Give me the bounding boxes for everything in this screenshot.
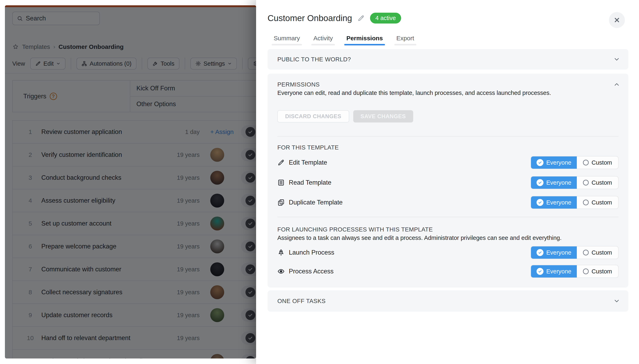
permission-toggle: Everyone Custom xyxy=(530,265,618,278)
everyone-option[interactable]: Everyone xyxy=(531,196,577,208)
public-to-world-section[interactable]: PUBLIC TO THE WORLD? xyxy=(268,49,628,70)
custom-option[interactable]: Custom xyxy=(577,176,618,189)
check-circle-icon xyxy=(536,179,544,186)
check-icon xyxy=(538,180,542,185)
permission-toggle: Everyone Custom xyxy=(530,176,618,189)
permission-row: Read Template Everyone Custom xyxy=(277,176,618,189)
permission-row: Process Access Everyone Custom xyxy=(277,265,618,278)
tab-permissions[interactable]: Permissions xyxy=(344,35,385,46)
check-circle-icon xyxy=(536,159,544,166)
tabs: Summary Activity Permissions Export xyxy=(272,35,416,46)
active-badge: 4 active xyxy=(370,13,401,24)
edit-title-pencil-icon[interactable] xyxy=(357,14,365,22)
radio-unselected-icon xyxy=(583,250,589,256)
chevron-down-icon xyxy=(613,298,620,304)
divider xyxy=(277,136,618,136)
check-icon xyxy=(538,269,542,274)
launch-group-description: Assignees to a task can always see and e… xyxy=(277,234,562,241)
radio-unselected-icon xyxy=(583,180,589,186)
close-button[interactable] xyxy=(609,12,625,28)
radio-unselected-icon xyxy=(583,160,589,166)
radio-unselected-icon xyxy=(583,268,589,274)
permission-label: Duplicate Template xyxy=(289,199,342,206)
permission-row: Edit Template Everyone Custom xyxy=(277,156,618,169)
custom-option[interactable]: Custom xyxy=(577,246,618,259)
tab-activity[interactable]: Activity xyxy=(311,35,335,46)
custom-option[interactable]: Custom xyxy=(577,265,618,278)
custom-option[interactable]: Custom xyxy=(577,156,618,169)
rocket-icon xyxy=(277,249,285,256)
save-changes-button[interactable]: SAVE CHANGES xyxy=(353,110,413,122)
pencil-icon xyxy=(277,159,285,166)
copy-icon xyxy=(277,199,285,206)
chevron-up-icon[interactable] xyxy=(613,81,620,88)
permissions-section: PERMISSIONS Everyone can edit, read and … xyxy=(268,74,628,288)
everyone-option[interactable]: Everyone xyxy=(531,156,577,169)
template-group-label: FOR THIS TEMPLATE xyxy=(277,144,339,151)
check-circle-icon xyxy=(536,268,544,275)
close-icon xyxy=(614,16,620,24)
permission-row: Duplicate Template Everyone Custom xyxy=(277,196,618,209)
check-circle-icon xyxy=(536,249,544,256)
check-circle-icon xyxy=(536,199,544,206)
chevron-down-icon xyxy=(613,56,620,63)
everyone-option[interactable]: Everyone xyxy=(531,265,577,278)
custom-option[interactable]: Custom xyxy=(577,196,618,208)
everyone-option[interactable]: Everyone xyxy=(531,246,577,259)
discard-changes-button[interactable]: DISCARD CHANGES xyxy=(277,110,349,122)
permission-label: Process Access xyxy=(289,268,334,275)
permissions-section-label: PERMISSIONS xyxy=(277,81,320,88)
modal-title: Customer Onboarding xyxy=(268,13,352,23)
tab-summary[interactable]: Summary xyxy=(272,35,302,46)
permissions-description: Everyone can edit, read and duplicate th… xyxy=(277,90,618,96)
launch-group-label: FOR LAUNCHING PROCESSES WITH THIS TEMPLA… xyxy=(277,226,433,233)
permission-row: Launch Process Everyone Custom xyxy=(277,246,618,259)
check-icon xyxy=(538,160,542,164)
tab-export[interactable]: Export xyxy=(394,35,416,46)
radio-unselected-icon xyxy=(583,200,589,205)
template-config-modal: Customer Onboarding 4 active Summary Act… xyxy=(256,0,639,364)
app-background-window: Search Templates › Customer Onboarding V… xyxy=(5,5,256,358)
permission-toggle: Everyone Custom xyxy=(530,246,618,259)
permission-label: Edit Template xyxy=(289,159,327,166)
permission-toggle: Everyone Custom xyxy=(530,196,618,209)
one-off-tasks-section[interactable]: ONE OFF TASKS xyxy=(268,290,628,312)
divider xyxy=(277,217,618,217)
modal-backdrop[interactable] xyxy=(5,5,256,358)
everyone-option[interactable]: Everyone xyxy=(531,176,577,189)
public-section-label: PUBLIC TO THE WORLD? xyxy=(277,56,351,63)
check-icon xyxy=(538,200,542,204)
permission-toggle: Everyone Custom xyxy=(530,156,618,169)
permission-label: Launch Process xyxy=(289,249,334,256)
eye-icon xyxy=(277,268,285,275)
book-icon xyxy=(277,179,285,186)
permission-label: Read Template xyxy=(289,179,331,186)
modal-header: Customer Onboarding 4 active xyxy=(268,13,401,24)
one-off-tasks-label: ONE OFF TASKS xyxy=(277,298,326,304)
check-icon xyxy=(538,250,542,254)
